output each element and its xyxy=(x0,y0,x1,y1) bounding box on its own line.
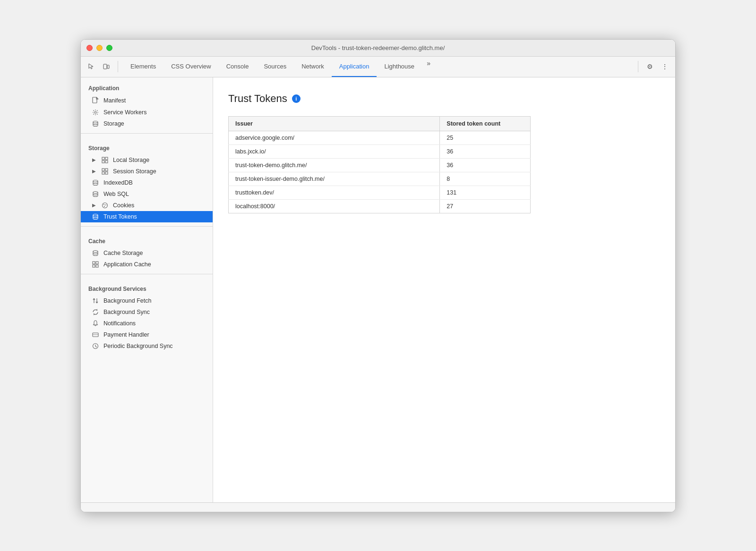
cell-count: 131 xyxy=(440,186,531,199)
cursor-icon xyxy=(87,63,95,70)
svg-rect-12 xyxy=(105,172,108,174)
sidebar-item-local-storage[interactable]: ▶ Local Storage xyxy=(81,154,213,166)
table-header-count: Stored token count xyxy=(440,116,531,131)
clock-icon xyxy=(92,343,100,349)
table-header-issuer: Issuer xyxy=(229,116,440,131)
cell-count: 8 xyxy=(440,172,531,186)
device-icon xyxy=(103,63,110,70)
minimize-button[interactable] xyxy=(96,45,103,51)
info-icon[interactable]: i xyxy=(292,94,301,103)
cell-issuer: adservice.google.com/ xyxy=(229,131,440,144)
toolbar: Elements CSS Overview Console Sources Ne… xyxy=(81,57,675,77)
svg-rect-11 xyxy=(102,172,104,174)
grid-icon-cache xyxy=(92,261,100,268)
svg-point-3 xyxy=(94,111,96,113)
expand-local-storage-icon[interactable]: ▶ xyxy=(92,157,98,162)
bell-icon xyxy=(92,320,100,327)
tab-sources[interactable]: Sources xyxy=(256,57,294,77)
content-panel: Trust Tokens i Issuer Stored token count xyxy=(213,77,675,502)
traffic-lights xyxy=(86,45,112,51)
sidebar-item-session-storage[interactable]: ▶ Session Storage xyxy=(81,166,213,177)
sidebar-item-cache-storage[interactable]: Cache Storage xyxy=(81,247,213,259)
sidebar-section-application: Application xyxy=(81,77,213,94)
maximize-button[interactable] xyxy=(106,45,112,51)
tab-network[interactable]: Network xyxy=(294,57,332,77)
table-row[interactable]: localhost:8000/27 xyxy=(229,199,531,213)
cell-count: 36 xyxy=(440,158,531,172)
table-row[interactable]: trust-token-issuer-demo.glitch.me/8 xyxy=(229,172,531,186)
cell-count: 27 xyxy=(440,199,531,213)
tab-application[interactable]: Application xyxy=(332,57,377,77)
db-icon-trust xyxy=(92,213,100,220)
svg-point-20 xyxy=(93,250,98,252)
svg-rect-1 xyxy=(107,65,109,68)
device-toolbar-button[interactable] xyxy=(100,60,113,73)
inspect-element-button[interactable] xyxy=(85,60,98,73)
svg-point-15 xyxy=(103,203,108,208)
cookie-icon xyxy=(102,202,109,209)
document-icon xyxy=(92,97,100,104)
tab-lighthouse[interactable]: Lighthouse xyxy=(377,57,422,77)
cell-issuer: trust-token-issuer-demo.glitch.me/ xyxy=(229,172,440,186)
table-row[interactable]: trust-token-demo.glitch.me/36 xyxy=(229,158,531,172)
svg-rect-23 xyxy=(93,265,95,267)
sidebar-item-bg-sync[interactable]: Background Sync xyxy=(81,306,213,318)
grid-icon-session xyxy=(102,168,109,175)
page-title: Trust Tokens i xyxy=(228,93,660,105)
sidebar-section-storage: Storage xyxy=(81,137,213,154)
sidebar-item-service-workers[interactable]: Service Workers xyxy=(81,107,213,118)
expand-session-storage-icon[interactable]: ▶ xyxy=(92,169,98,174)
tab-css-overview[interactable]: CSS Overview xyxy=(163,57,219,77)
svg-point-17 xyxy=(105,204,106,205)
svg-point-13 xyxy=(93,180,98,182)
table-row[interactable]: adservice.google.com/25 xyxy=(229,131,531,144)
settings-button[interactable]: ⚙ xyxy=(643,60,656,73)
sync-icon xyxy=(92,309,100,315)
more-tabs-button[interactable]: » xyxy=(422,57,435,70)
sidebar-item-bg-fetch[interactable]: Background Fetch xyxy=(81,295,213,306)
gear-icon: ⚙ xyxy=(647,63,653,70)
db-icon-cache xyxy=(92,250,100,256)
svg-rect-26 xyxy=(93,334,98,335)
sidebar-item-payment-handler[interactable]: Payment Handler xyxy=(81,329,213,340)
svg-rect-21 xyxy=(93,262,95,264)
svg-rect-10 xyxy=(105,169,108,171)
svg-point-18 xyxy=(104,206,105,207)
divider-3 xyxy=(81,274,213,274)
sidebar-item-cookies[interactable]: ▶ Cookies xyxy=(81,200,213,211)
svg-rect-24 xyxy=(96,265,98,267)
cell-count: 36 xyxy=(440,144,531,158)
svg-rect-0 xyxy=(103,64,107,69)
cell-issuer: labs.jxck.io/ xyxy=(229,144,440,158)
expand-cookies-icon[interactable]: ▶ xyxy=(92,203,98,208)
sidebar-item-notifications[interactable]: Notifications xyxy=(81,318,213,329)
sidebar-item-storage-app[interactable]: Storage xyxy=(81,118,213,129)
svg-rect-9 xyxy=(102,169,104,171)
cell-issuer: trusttoken.dev/ xyxy=(229,186,440,199)
svg-point-4 xyxy=(93,121,98,123)
sidebar-item-app-cache[interactable]: Application Cache xyxy=(81,259,213,270)
table-row[interactable]: labs.jxck.io/36 xyxy=(229,144,531,158)
sidebar-item-trust-tokens[interactable]: Trust Tokens xyxy=(81,211,213,222)
sidebar-item-periodic-bg-sync[interactable]: Periodic Background Sync xyxy=(81,340,213,352)
sidebar-item-indexeddb[interactable]: IndexedDB xyxy=(81,177,213,188)
payment-icon xyxy=(92,331,100,338)
toolbar-divider-2 xyxy=(638,61,638,72)
tab-console[interactable]: Console xyxy=(219,57,257,77)
divider-2 xyxy=(81,226,213,227)
sidebar-item-manifest[interactable]: Manifest xyxy=(81,94,213,107)
status-bar xyxy=(81,502,675,512)
svg-rect-7 xyxy=(102,161,104,163)
main-area: Application Manifest Service Workers Sto… xyxy=(81,77,675,502)
close-button[interactable] xyxy=(86,45,93,51)
sidebar-item-web-sql[interactable]: Web SQL xyxy=(81,188,213,200)
table-row[interactable]: trusttoken.dev/131 xyxy=(229,186,531,199)
vertical-dots-icon: ⋮ xyxy=(662,63,668,70)
main-tabs: Elements CSS Overview Console Sources Ne… xyxy=(123,57,633,77)
svg-point-19 xyxy=(93,214,98,216)
tab-elements[interactable]: Elements xyxy=(123,57,163,77)
svg-rect-8 xyxy=(105,161,108,163)
gear-small-icon xyxy=(92,109,100,116)
arrows-icon xyxy=(92,297,100,304)
more-menu-button[interactable]: ⋮ xyxy=(658,60,671,73)
